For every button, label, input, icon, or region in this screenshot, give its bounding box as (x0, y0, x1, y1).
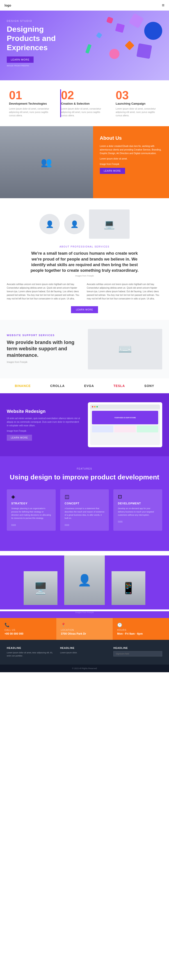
about-image: 👥 (0, 126, 93, 198)
contact-location-label: LOCATION (61, 629, 108, 631)
left-person-photo: 🖥️ (24, 571, 57, 605)
copyright-text: © 2023 All Rights Reserved (72, 667, 97, 670)
development-more-link[interactable]: more (118, 520, 123, 522)
footer-title-3: Headline (113, 647, 162, 649)
footer-bottom: © 2023 All Rights Reserved (0, 665, 169, 672)
person-right-image: 📱 (112, 571, 145, 605)
features-section: FEATURES Using design to improve product… (0, 456, 169, 551)
web-support-source: Images from Freepik (7, 361, 81, 363)
feature-card-strategy: ◈ STRATEGY Strategic planning is an orga… (7, 489, 56, 531)
contact-call-value: +00 00 000 000 (5, 632, 52, 635)
stat-item-2: 02 Creation & Selection Lorem ipsum dolo… (60, 89, 109, 117)
strategy-more-link[interactable]: more (11, 523, 16, 526)
feature-card-development: ⊡ DEVELOPMENT Develop an on-demand app f… (113, 489, 162, 531)
about-learn-more-button[interactable]: LEARN MORE (100, 168, 125, 174)
development-icon: ⊡ (118, 494, 158, 500)
mock-boxes (92, 426, 158, 433)
pro-learn-more-button[interactable]: LEARN MORE (71, 306, 98, 313)
redesign-learn-more-button[interactable]: LEARN MORE (7, 435, 32, 441)
person-left-image: 🖥️ (24, 571, 57, 605)
stat-item-3: 03 Launching Campaign Lorem ipsum dolor … (113, 89, 162, 117)
hero-learn-more-button[interactable]: LEARN MORE (7, 56, 33, 63)
contact-box-call: 📞 CALL US +00 00 000 000 (0, 618, 56, 640)
strategy-icon: ◈ (11, 494, 51, 500)
brand-evga: EVGA (84, 384, 94, 388)
contact-hours-value: Mon - Fri 9am - 6pm (117, 632, 164, 635)
contact-location-value: 3700 Olivas Park Dr (61, 632, 108, 635)
web-support-section: WEBSITE SUPPORT SERVICES We provide bran… (0, 320, 169, 379)
hero-source: IMAGE FROM FREEPIK (7, 65, 162, 67)
concept-icon: ◫ (65, 494, 105, 500)
mock-box-1 (92, 426, 113, 433)
right-person-photo: 📱 (112, 571, 145, 605)
person-icon-2: 👤 (70, 220, 79, 228)
pro-image-rect: 💻 (89, 210, 129, 239)
about-people-photo: 👥 (0, 126, 93, 198)
redesign-text: Ut enim ad minim veniam, quis nostrud ex… (7, 417, 81, 428)
mock-box-3 (137, 426, 158, 433)
about-section: 👥 About Us Lorem a dolor created Etivah … (0, 126, 169, 198)
web-support-left: WEBSITE SUPPORT SERVICES We provide bran… (7, 334, 81, 365)
footer-email-input[interactable] (113, 651, 162, 657)
stat-text-2: Lorem ipsum dolor sit amet, consectetur … (61, 107, 107, 117)
features-tag: FEATURES (7, 468, 162, 470)
mock-hero-area: YOUR KIDS IS OUR FUTURE (92, 411, 158, 424)
stat-number-3: 03 (116, 89, 160, 101)
laptop-icon: 💻 (104, 219, 115, 229)
concept-title: CONCEPT (65, 502, 105, 505)
mock-content: YOUR KIDS IS OUR FUTURE (90, 409, 160, 434)
person-center-image: 👤 (64, 555, 105, 605)
concept-more-link[interactable]: more (65, 523, 69, 526)
stat-text-3: Lorem ipsum dolor sit amet, consectetur … (116, 107, 160, 117)
concept-text: A business concept is a statement that d… (65, 507, 105, 520)
stat-label-2: Creation & Selection (61, 102, 107, 105)
pro-btn-wrap: LEARN MORE (7, 306, 162, 313)
stats-section: 01 Development Technologies Lorem ipsum … (0, 80, 169, 126)
brands-section: BINANCE CROLLA EVGA TESLA SONY (0, 379, 169, 393)
pro-services-tag: ABOUT PROFESSIONAL SERVICES (7, 245, 162, 248)
mock-hero-text: YOUR KIDS IS OUR FUTURE (114, 417, 136, 418)
features-grid: ◈ STRATEGY Strategic planning is an orga… (7, 489, 162, 531)
strategy-text: Strategic planning is an organization's … (11, 507, 51, 520)
footer-title-1: Headline (7, 647, 56, 649)
pro-col-text-2: Avocado sofritas unicorn est lorem ipsum… (87, 283, 162, 301)
about-text-1: Lorem a dolor created Etivah duis lore f… (100, 145, 163, 155)
pro-cols: Avocado sofritas unicorn est lorem ipsum… (7, 283, 162, 301)
redesign-section: Website Redesign Ut enim ad minim veniam… (0, 393, 169, 456)
footer-text-2: Lorem ipsum dolor. (60, 651, 109, 654)
feature-card-concept: ◫ CONCEPT A business concept is a statem… (60, 489, 109, 531)
stat-label-1: Development Technologies (9, 102, 53, 105)
brand-sony: SONY (144, 384, 155, 388)
redesign-heading: Website Redesign (7, 409, 81, 414)
menu-button[interactable]: ≡ (162, 3, 164, 8)
hero-heading: Designing Products and Expriences (7, 24, 79, 52)
hero-section: DESIGN STUDIO Designing Products and Exp… (0, 11, 169, 80)
about-heading: About Us (100, 135, 163, 141)
stat-label-3: Launching Campaign (116, 102, 160, 105)
clock-icon: 🕐 (117, 622, 164, 627)
stat-number-2: 02 (61, 89, 107, 101)
brand-tesla: TESLA (113, 384, 125, 388)
pro-services-heading: We're a small team of curious humans who… (28, 251, 141, 274)
about-source: Image from Freepik (100, 162, 163, 166)
footer: Headline Lorem ipsum dolor sit amet, tet… (0, 640, 169, 665)
contact-strip: 📞 CALL US +00 00 000 000 📍 LOCATION 3700… (0, 618, 169, 640)
footer-text-1: Lorem ipsum dolor sit amet, tetur adipis… (7, 651, 56, 658)
web-support-tag: WEBSITE SUPPORT SERVICES (7, 334, 81, 337)
contact-box-hours: 🕐 HOURS Mon - Fri 9am - 6pm (113, 618, 169, 640)
phone-icon: 📞 (5, 622, 52, 627)
development-title: DEVELOPMENT (118, 502, 158, 505)
stat-number-1: 01 (9, 89, 53, 101)
brand-crolla: CROLLA (50, 384, 65, 388)
brand-binance: BINANCE (15, 384, 31, 388)
pro-services-images: 👤 👤 💻 (7, 210, 162, 239)
contact-hours-label: HOURS (117, 629, 164, 631)
mock-close-dot (92, 406, 93, 407)
contact-box-location: 📍 LOCATION 3700 Olivas Park Dr (56, 618, 113, 640)
stat-text-1: Lorem ipsum dolor sit amet, consectetur … (9, 107, 53, 117)
mock-box-2 (114, 426, 136, 433)
mock-maximize-dot (96, 406, 98, 407)
development-text: Develop an on-demand app for your delive… (118, 507, 158, 517)
web-support-heading: We provide brands with long term website… (7, 339, 81, 359)
person-source: Images from Freepik (0, 611, 169, 618)
